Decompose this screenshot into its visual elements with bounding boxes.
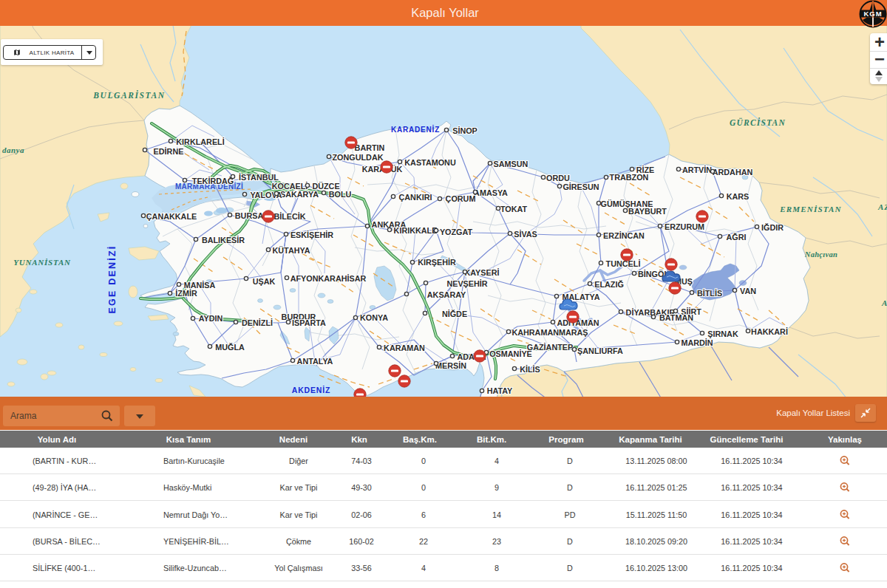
svg-text:ARTVİN: ARTVİN: [682, 165, 712, 174]
svg-text:BİTLİS: BİTLİS: [697, 289, 722, 298]
svg-text:IĞDIR: IĞDIR: [761, 223, 784, 232]
svg-text:SAMSUN: SAMSUN: [494, 160, 529, 168]
svg-text:ÇANKIRI: ÇANKIRI: [399, 193, 432, 202]
svg-text:İZMİR: İZMİR: [175, 289, 197, 298]
svg-text:KAYSERİ: KAYSERİ: [464, 268, 499, 277]
svg-text:NİĞDE: NİĞDE: [442, 310, 467, 318]
svg-text:YOZGAT: YOZGAT: [440, 228, 473, 236]
svg-text:RİZE: RİZE: [636, 165, 655, 174]
svg-text:ERMENİSTAN: ERMENİSTAN: [779, 205, 842, 213]
svg-text:TEKİRDAĞ: TEKİRDAĞ: [192, 177, 234, 185]
svg-text:Nahçıvan: Nahçıvan: [804, 250, 837, 259]
svg-text:NEVŞEHİR: NEVŞEHİR: [446, 279, 487, 288]
svg-text:KARS: KARS: [727, 192, 750, 201]
svg-text:SİVAS: SİVAS: [514, 230, 537, 239]
svg-text:ISPARTA: ISPARTA: [292, 318, 326, 327]
svg-text:AZ: AZ: [877, 202, 887, 211]
svg-text:BAYBURT: BAYBURT: [628, 207, 667, 216]
svg-text:VAN: VAN: [740, 287, 756, 295]
svg-text:SAKARYA: SAKARYA: [280, 190, 319, 199]
svg-text:KÜTAHYA: KÜTAHYA: [273, 246, 310, 255]
svg-text:TOKAT: TOKAT: [500, 205, 528, 213]
svg-text:ZONGULDAK: ZONGULDAK: [333, 153, 384, 162]
svg-text:OSMANİYE: OSMANİYE: [489, 349, 532, 358]
svg-text:danya: danya: [2, 146, 24, 154]
svg-text:KİLİS: KİLİS: [520, 365, 540, 374]
svg-text:EGE DENİZİ: EGE DENİZİ: [106, 245, 118, 314]
svg-text:BULGARİSTAN: BULGARİSTAN: [92, 90, 165, 100]
svg-text:KIRIKKALE: KIRIKKALE: [394, 226, 438, 235]
svg-text:GAZİANTEP: GAZİANTEP: [527, 343, 573, 352]
svg-text:ANTALYA: ANTALYA: [297, 357, 333, 366]
svg-text:KONYA: KONYA: [360, 313, 388, 322]
svg-text:BOLU: BOLU: [329, 190, 352, 199]
svg-text:AFYONKARAHİSAR: AFYONKARAHİSAR: [290, 274, 367, 283]
svg-text:BARTIN: BARTIN: [355, 143, 385, 152]
svg-text:AKDENİZ: AKDENİZ: [292, 386, 330, 394]
svg-text:İSTANBUL: İSTANBUL: [239, 173, 279, 182]
svg-text:BALIKESİR: BALIKESİR: [202, 236, 245, 245]
svg-text:BİLECİK: BİLECİK: [273, 212, 305, 221]
svg-text:KASTAMONU: KASTAMONU: [404, 158, 456, 167]
svg-text:AKSARAY: AKSARAY: [427, 290, 466, 299]
svg-text:ESKİŞEHİR: ESKİŞEHİR: [290, 230, 333, 239]
svg-text:KIRŞEHİR: KIRŞEHİR: [418, 258, 456, 267]
svg-text:AYDIN: AYDIN: [199, 314, 223, 323]
svg-text:YUNANİSTAN: YUNANİSTAN: [13, 258, 71, 267]
svg-text:MUĞLA: MUĞLA: [215, 343, 245, 352]
svg-text:EDİRNE: EDİRNE: [154, 147, 184, 156]
svg-text:HATAY: HATAY: [487, 386, 513, 395]
svg-text:KIRKLARELİ: KIRKLARELİ: [176, 137, 224, 146]
svg-text:AMASYA: AMASYA: [474, 188, 508, 197]
svg-text:ERZİNCAN: ERZİNCAN: [603, 231, 645, 240]
svg-text:ORDU: ORDU: [546, 174, 570, 182]
svg-text:UŞAK: UŞAK: [253, 277, 276, 286]
svg-text:KAHRAMANMARAŞ: KAHRAMANMARAŞ: [512, 328, 588, 337]
svg-text:A: A: [881, 298, 887, 307]
svg-text:AĞRI: AĞRI: [727, 233, 747, 242]
svg-text:KARAMAN: KARAMAN: [384, 343, 425, 352]
svg-text:TUNCELİ: TUNCELİ: [606, 259, 641, 268]
svg-text:GİRESUN: GİRESUN: [563, 182, 599, 191]
svg-text:ŞIRNAK: ŞIRNAK: [707, 329, 738, 338]
svg-text:GÜRCİSTAN: GÜRCİSTAN: [730, 117, 786, 127]
svg-text:MARDİN: MARDİN: [681, 338, 713, 347]
svg-text:SİNOP: SİNOP: [452, 126, 478, 135]
svg-text:DENİZLİ: DENİZLİ: [242, 318, 273, 327]
svg-text:ŞANLIURFA: ŞANLIURFA: [577, 346, 623, 355]
svg-text:ERZURUM: ERZURUM: [665, 222, 704, 231]
svg-text:KGM: KGM: [863, 10, 882, 18]
svg-text:ÇANAKKALE: ÇANAKKALE: [146, 212, 197, 221]
svg-text:ÇORUM: ÇORUM: [446, 194, 476, 203]
svg-text:ELAZIĞ: ELAZIĞ: [594, 280, 624, 289]
svg-text:MERSİN: MERSİN: [435, 361, 466, 370]
svg-text:KARADENİZ: KARADENİZ: [391, 125, 440, 134]
svg-text:BURSA: BURSA: [235, 211, 264, 220]
svg-text:HAKKARİ: HAKKARİ: [751, 327, 788, 336]
svg-text:ARDAHAN: ARDAHAN: [713, 168, 753, 177]
svg-text:BATMAN: BATMAN: [659, 313, 693, 322]
